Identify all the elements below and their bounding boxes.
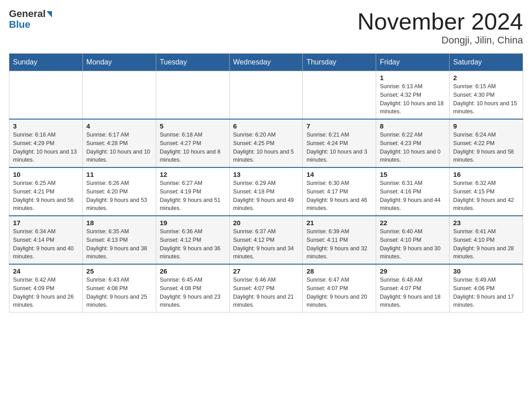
day-number: 26 xyxy=(160,267,226,275)
day-number: 20 xyxy=(233,219,299,227)
day-info: Sunrise: 6:13 AMSunset: 4:32 PMDaylight:… xyxy=(380,82,446,116)
table-row: 2Sunrise: 6:15 AMSunset: 4:30 PMDaylight… xyxy=(450,71,523,120)
table-row xyxy=(82,71,156,120)
logo: General Blue xyxy=(9,9,52,30)
day-info: Sunrise: 6:21 AMSunset: 4:24 PMDaylight:… xyxy=(306,131,372,164)
header-friday: Friday xyxy=(376,54,450,71)
day-info: Sunrise: 6:41 AMSunset: 4:10 PMDaylight:… xyxy=(453,227,519,261)
header-wednesday: Wednesday xyxy=(229,54,303,71)
day-info: Sunrise: 6:22 AMSunset: 4:23 PMDaylight:… xyxy=(380,131,446,164)
table-row: 9Sunrise: 6:24 AMSunset: 4:22 PMDaylight… xyxy=(450,119,523,167)
day-info: Sunrise: 6:24 AMSunset: 4:22 PMDaylight:… xyxy=(453,131,519,164)
day-info: Sunrise: 6:27 AMSunset: 4:19 PMDaylight:… xyxy=(160,179,226,213)
day-info: Sunrise: 6:46 AMSunset: 4:07 PMDaylight:… xyxy=(233,276,299,309)
day-number: 3 xyxy=(13,122,79,130)
day-info: Sunrise: 6:40 AMSunset: 4:10 PMDaylight:… xyxy=(380,227,446,261)
logo-blue: Blue xyxy=(9,19,30,30)
day-number: 6 xyxy=(233,122,299,130)
table-row: 29Sunrise: 6:48 AMSunset: 4:07 PMDayligh… xyxy=(376,264,450,313)
day-info: Sunrise: 6:32 AMSunset: 4:15 PMDaylight:… xyxy=(453,179,519,213)
day-number: 15 xyxy=(380,171,446,178)
title-block: November 2024 Dongji, Jilin, China xyxy=(357,9,523,46)
header-monday: Monday xyxy=(82,54,156,71)
table-row: 20Sunrise: 6:37 AMSunset: 4:12 PMDayligh… xyxy=(229,216,303,264)
day-number: 11 xyxy=(86,171,152,178)
table-row: 16Sunrise: 6:32 AMSunset: 4:15 PMDayligh… xyxy=(450,167,523,216)
day-number: 2 xyxy=(453,74,519,81)
day-info: Sunrise: 6:16 AMSunset: 4:29 PMDaylight:… xyxy=(13,131,79,164)
table-row: 11Sunrise: 6:26 AMSunset: 4:20 PMDayligh… xyxy=(82,167,156,216)
day-info: Sunrise: 6:35 AMSunset: 4:13 PMDaylight:… xyxy=(86,227,152,261)
calendar-subtitle: Dongji, Jilin, China xyxy=(357,34,523,46)
day-number: 14 xyxy=(306,171,372,178)
table-row: 26Sunrise: 6:45 AMSunset: 4:08 PMDayligh… xyxy=(156,264,229,313)
day-number: 18 xyxy=(86,219,152,227)
day-info: Sunrise: 6:34 AMSunset: 4:14 PMDaylight:… xyxy=(13,227,79,261)
calendar-week-row: 1Sunrise: 6:13 AMSunset: 4:32 PMDaylight… xyxy=(9,71,523,120)
day-info: Sunrise: 6:26 AMSunset: 4:20 PMDaylight:… xyxy=(86,179,152,213)
table-row: 30Sunrise: 6:49 AMSunset: 4:06 PMDayligh… xyxy=(450,264,523,313)
table-row xyxy=(156,71,229,120)
calendar-header-row: Sunday Monday Tuesday Wednesday Thursday… xyxy=(9,54,523,71)
header-thursday: Thursday xyxy=(303,54,376,71)
header-tuesday: Tuesday xyxy=(156,54,229,71)
day-number: 12 xyxy=(160,171,226,178)
table-row: 18Sunrise: 6:35 AMSunset: 4:13 PMDayligh… xyxy=(82,216,156,264)
table-row xyxy=(303,71,376,120)
table-row: 8Sunrise: 6:22 AMSunset: 4:23 PMDaylight… xyxy=(376,119,450,167)
logo-general: General xyxy=(9,9,52,19)
day-number: 30 xyxy=(453,267,519,275)
calendar-title: November 2024 xyxy=(357,9,523,34)
day-info: Sunrise: 6:18 AMSunset: 4:27 PMDaylight:… xyxy=(160,131,226,164)
table-row xyxy=(9,71,83,120)
day-info: Sunrise: 6:39 AMSunset: 4:11 PMDaylight:… xyxy=(306,227,372,261)
day-number: 9 xyxy=(453,122,519,130)
table-row: 3Sunrise: 6:16 AMSunset: 4:29 PMDaylight… xyxy=(9,119,83,167)
day-number: 21 xyxy=(306,219,372,227)
day-number: 25 xyxy=(86,267,152,275)
table-row: 6Sunrise: 6:20 AMSunset: 4:25 PMDaylight… xyxy=(229,119,303,167)
table-row: 17Sunrise: 6:34 AMSunset: 4:14 PMDayligh… xyxy=(9,216,83,264)
day-info: Sunrise: 6:49 AMSunset: 4:06 PMDaylight:… xyxy=(453,276,519,309)
day-info: Sunrise: 6:31 AMSunset: 4:16 PMDaylight:… xyxy=(380,179,446,213)
table-row: 23Sunrise: 6:41 AMSunset: 4:10 PMDayligh… xyxy=(450,216,523,264)
table-row: 28Sunrise: 6:47 AMSunset: 4:07 PMDayligh… xyxy=(303,264,376,313)
day-number: 1 xyxy=(380,74,446,81)
day-info: Sunrise: 6:47 AMSunset: 4:07 PMDaylight:… xyxy=(306,276,372,309)
day-number: 28 xyxy=(306,267,372,275)
day-info: Sunrise: 6:48 AMSunset: 4:07 PMDaylight:… xyxy=(380,276,446,309)
header-sunday: Sunday xyxy=(9,54,83,71)
day-number: 23 xyxy=(453,219,519,227)
header-saturday: Saturday xyxy=(450,54,523,71)
table-row: 22Sunrise: 6:40 AMSunset: 4:10 PMDayligh… xyxy=(376,216,450,264)
page-header: General Blue November 2024 Dongji, Jilin… xyxy=(9,9,523,46)
calendar-table: Sunday Monday Tuesday Wednesday Thursday… xyxy=(9,53,523,313)
table-row: 7Sunrise: 6:21 AMSunset: 4:24 PMDaylight… xyxy=(303,119,376,167)
table-row: 13Sunrise: 6:29 AMSunset: 4:18 PMDayligh… xyxy=(229,167,303,216)
day-info: Sunrise: 6:17 AMSunset: 4:28 PMDaylight:… xyxy=(86,131,152,164)
day-info: Sunrise: 6:25 AMSunset: 4:21 PMDaylight:… xyxy=(13,179,79,213)
calendar-week-row: 10Sunrise: 6:25 AMSunset: 4:21 PMDayligh… xyxy=(9,167,523,216)
table-row xyxy=(229,71,303,120)
table-row: 12Sunrise: 6:27 AMSunset: 4:19 PMDayligh… xyxy=(156,167,229,216)
calendar-week-row: 3Sunrise: 6:16 AMSunset: 4:29 PMDaylight… xyxy=(9,119,523,167)
table-row: 4Sunrise: 6:17 AMSunset: 4:28 PMDaylight… xyxy=(82,119,156,167)
day-number: 22 xyxy=(380,219,446,227)
day-number: 29 xyxy=(380,267,446,275)
day-number: 10 xyxy=(13,171,79,178)
day-info: Sunrise: 6:45 AMSunset: 4:08 PMDaylight:… xyxy=(160,276,226,309)
table-row: 1Sunrise: 6:13 AMSunset: 4:32 PMDaylight… xyxy=(376,71,450,120)
day-number: 27 xyxy=(233,267,299,275)
day-info: Sunrise: 6:43 AMSunset: 4:08 PMDaylight:… xyxy=(86,276,152,309)
calendar-week-row: 17Sunrise: 6:34 AMSunset: 4:14 PMDayligh… xyxy=(9,216,523,264)
table-row: 24Sunrise: 6:42 AMSunset: 4:09 PMDayligh… xyxy=(9,264,83,313)
day-number: 7 xyxy=(306,122,372,130)
table-row: 21Sunrise: 6:39 AMSunset: 4:11 PMDayligh… xyxy=(303,216,376,264)
day-number: 4 xyxy=(86,122,152,130)
day-info: Sunrise: 6:42 AMSunset: 4:09 PMDaylight:… xyxy=(13,276,79,309)
table-row: 5Sunrise: 6:18 AMSunset: 4:27 PMDaylight… xyxy=(156,119,229,167)
day-number: 13 xyxy=(233,171,299,178)
table-row: 19Sunrise: 6:36 AMSunset: 4:12 PMDayligh… xyxy=(156,216,229,264)
day-number: 8 xyxy=(380,122,446,130)
table-row: 27Sunrise: 6:46 AMSunset: 4:07 PMDayligh… xyxy=(229,264,303,313)
